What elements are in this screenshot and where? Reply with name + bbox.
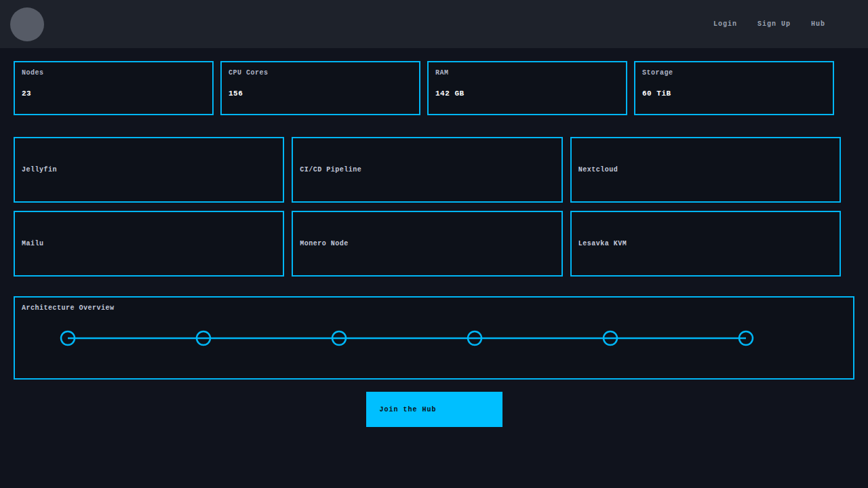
- stat-label: Nodes: [22, 69, 205, 77]
- top-nav: Login Sign Up Hub: [713, 20, 825, 28]
- nav-hub[interactable]: Hub: [811, 20, 825, 28]
- stat-value: 156: [229, 89, 412, 98]
- architecture-diagram: [15, 323, 853, 353]
- service-card-lesavka-kvm[interactable]: Lesavka KVM: [570, 211, 841, 277]
- stat-label: RAM: [435, 69, 619, 77]
- join-hub-button[interactable]: Join the Hub: [366, 392, 502, 427]
- services-grid: Jellyfin CI/CD Pipeline Nextcloud Mailu …: [14, 137, 841, 277]
- service-title: Jellyfin: [22, 166, 57, 174]
- service-title: Lesavka KVM: [578, 240, 627, 247]
- stat-value: 23: [22, 89, 205, 98]
- stats-row: Nodes 23 CPU Cores 156 RAM 142 GB Storag…: [14, 61, 834, 115]
- stat-card-nodes: Nodes 23: [14, 61, 214, 115]
- top-bar: Login Sign Up Hub: [0, 0, 868, 48]
- service-card-monero-node[interactable]: Monero Node: [292, 211, 562, 277]
- stat-value: 142 GB: [435, 89, 619, 98]
- main-content: Nodes 23 CPU Cores 156 RAM 142 GB Storag…: [0, 61, 868, 427]
- service-title: CI/CD Pipeline: [300, 166, 361, 174]
- stat-value: 60 TiB: [642, 89, 826, 98]
- service-card-cicd-pipeline[interactable]: CI/CD Pipeline: [292, 137, 562, 203]
- service-card-jellyfin[interactable]: Jellyfin: [14, 137, 284, 203]
- nav-signup[interactable]: Sign Up: [757, 20, 791, 28]
- service-card-mailu[interactable]: Mailu: [14, 211, 284, 277]
- nav-login[interactable]: Login: [713, 20, 737, 28]
- stat-card-cpu-cores: CPU Cores 156: [220, 61, 420, 115]
- stat-card-storage: Storage 60 TiB: [634, 61, 834, 115]
- service-title: Mailu: [22, 240, 44, 247]
- architecture-card: Architecture Overview: [14, 296, 854, 380]
- service-title: Monero Node: [300, 240, 349, 247]
- service-title: Nextcloud: [578, 166, 618, 174]
- stat-label: Storage: [642, 69, 826, 77]
- stat-card-ram: RAM 142 GB: [427, 61, 627, 115]
- service-card-nextcloud[interactable]: Nextcloud: [570, 137, 841, 203]
- stat-label: CPU Cores: [229, 69, 412, 77]
- avatar[interactable]: [10, 7, 44, 41]
- architecture-title: Architecture Overview: [22, 304, 846, 312]
